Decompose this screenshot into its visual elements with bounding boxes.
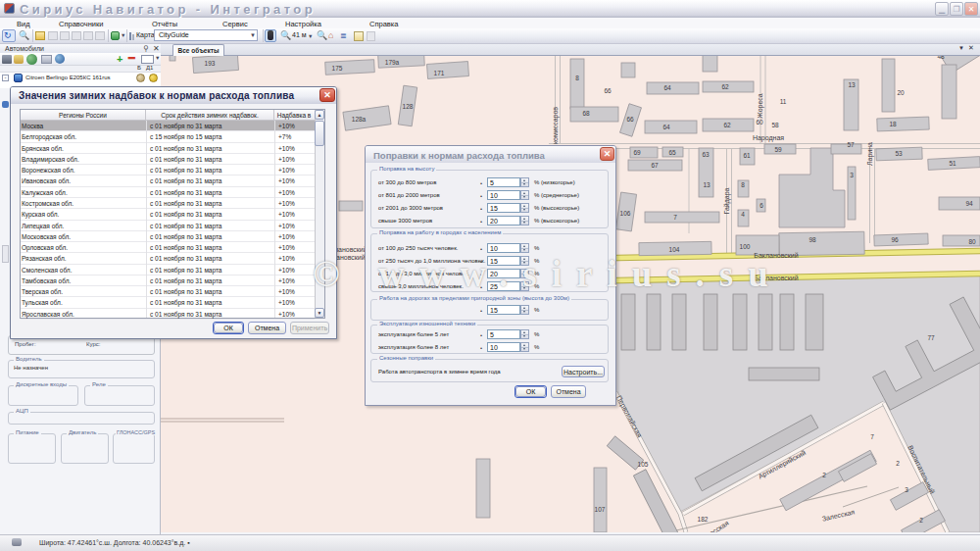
svg-text:58: 58: [771, 122, 779, 128]
svg-text:100: 100: [740, 243, 751, 250]
svg-text:80: 80: [968, 238, 976, 245]
svg-text:128: 128: [403, 103, 414, 110]
svg-text:13: 13: [703, 181, 710, 188]
svg-text:2: 2: [896, 460, 900, 467]
svg-text:171: 171: [434, 70, 445, 76]
svg-text:77: 77: [927, 334, 935, 341]
svg-text:3: 3: [850, 172, 854, 178]
svg-text:66: 66: [626, 116, 634, 123]
svg-text:64: 64: [663, 84, 671, 91]
svg-text:2: 2: [919, 517, 923, 524]
svg-text:182: 182: [698, 516, 709, 523]
svg-text:8: 8: [741, 181, 745, 188]
svg-text:107: 107: [595, 506, 606, 513]
svg-text:13: 13: [848, 81, 856, 88]
svg-text:53: 53: [895, 150, 903, 157]
svg-text:51: 51: [949, 160, 956, 167]
svg-text:96: 96: [891, 236, 899, 243]
svg-text:11: 11: [780, 98, 787, 105]
svg-text:179а: 179а: [385, 59, 400, 66]
svg-text:104: 104: [669, 246, 680, 253]
svg-text:175: 175: [332, 65, 343, 72]
svg-text:Народная: Народная: [753, 134, 784, 142]
svg-text:59: 59: [774, 146, 782, 153]
svg-text:105: 105: [638, 461, 649, 468]
svg-text:64: 64: [662, 124, 670, 130]
svg-text:8: 8: [575, 75, 579, 81]
svg-text:7: 7: [870, 433, 874, 440]
svg-text:98: 98: [808, 236, 816, 243]
svg-text:68: 68: [582, 110, 590, 117]
svg-text:6: 6: [760, 202, 763, 209]
svg-text:Жореса: Жореса: [757, 93, 764, 119]
svg-text:48: 48: [937, 56, 945, 60]
svg-text:63: 63: [702, 151, 710, 158]
svg-text:106: 106: [620, 210, 631, 217]
svg-text:128а: 128а: [352, 116, 367, 123]
svg-text:69: 69: [633, 149, 641, 156]
svg-text:57: 57: [847, 141, 855, 148]
svg-text:7: 7: [673, 214, 677, 221]
svg-text:67: 67: [651, 162, 659, 169]
svg-text:62: 62: [723, 122, 731, 128]
svg-text:Ларина: Ларина: [866, 142, 874, 166]
svg-text:4: 4: [741, 211, 745, 218]
svg-text:61: 61: [743, 152, 751, 159]
svg-text:2: 2: [822, 472, 826, 478]
svg-text:18: 18: [889, 121, 897, 127]
svg-text:комиссаров: комиссаров: [552, 107, 560, 144]
svg-text:66: 66: [604, 87, 612, 94]
svg-text:20: 20: [897, 89, 905, 96]
svg-text:62: 62: [721, 83, 729, 90]
svg-text:193: 193: [205, 60, 216, 67]
svg-text:Гайдара: Гайдара: [723, 187, 731, 214]
svg-text:60: 60: [756, 119, 763, 125]
svg-text:94: 94: [965, 200, 973, 207]
svg-text:3: 3: [905, 486, 908, 493]
svg-text:65: 65: [668, 149, 676, 156]
